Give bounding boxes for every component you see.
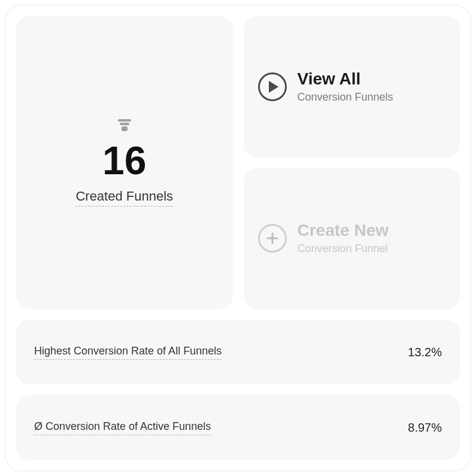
view-all-funnels-button[interactable]: View All Conversion Funnels — [244, 16, 460, 157]
avg-conversion-value: 8.97% — [408, 421, 442, 435]
funnel-icon — [117, 119, 132, 132]
dashboard-panel: 16 Created Funnels View All Conversion F… — [5, 5, 471, 471]
created-funnels-card: 16 Created Funnels — [16, 16, 233, 309]
create-new-subtitle: Conversion Funnel — [298, 242, 389, 255]
avg-conversion-label: Ø Conversion Rate of Active Funnels — [34, 420, 211, 435]
actions-column: View All Conversion Funnels Create New C… — [244, 16, 460, 309]
top-row: 16 Created Funnels View All Conversion F… — [16, 16, 460, 309]
funnels-count: 16 — [102, 141, 146, 180]
view-all-text: View All Conversion Funnels — [298, 70, 393, 104]
create-funnel-button[interactable]: Create New Conversion Funnel — [244, 168, 460, 310]
view-all-title: View All — [298, 70, 393, 89]
highest-conversion-value: 13.2% — [408, 345, 442, 359]
avg-conversion-card: Ø Conversion Rate of Active Funnels 8.97… — [16, 395, 460, 460]
play-icon — [258, 72, 287, 101]
view-all-subtitle: Conversion Funnels — [298, 91, 393, 104]
highest-conversion-card: Highest Conversion Rate of All Funnels 1… — [16, 320, 460, 384]
funnels-count-label: Created Funnels — [75, 189, 173, 207]
highest-conversion-label: Highest Conversion Rate of All Funnels — [34, 345, 222, 360]
plus-icon — [258, 224, 287, 253]
create-new-title: Create New — [298, 222, 389, 240]
create-new-text: Create New Conversion Funnel — [298, 222, 389, 255]
